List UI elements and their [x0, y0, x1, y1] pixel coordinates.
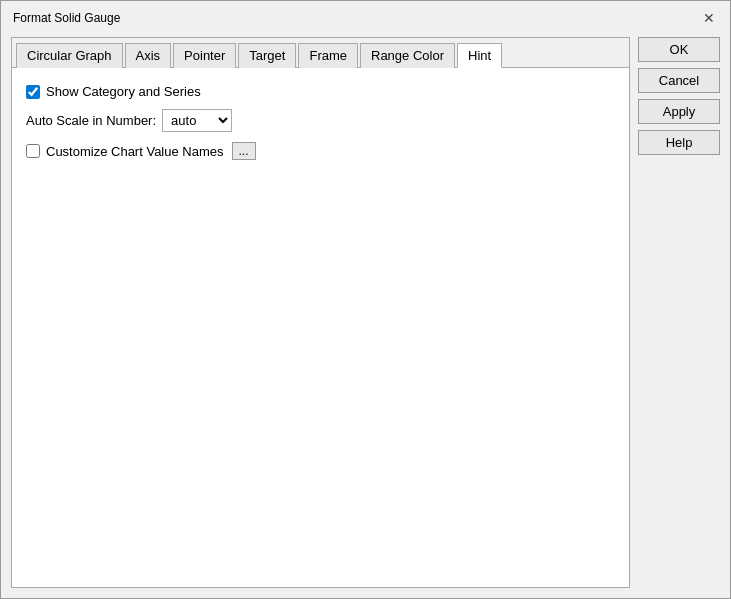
auto-scale-select[interactable]: auto none K M G: [162, 109, 232, 132]
ok-button[interactable]: OK: [638, 37, 720, 62]
tab-pointer[interactable]: Pointer: [173, 43, 236, 68]
customize-chart-ellipsis-button[interactable]: ...: [232, 142, 256, 160]
auto-scale-row: Auto Scale in Number: auto none K M G: [26, 109, 615, 132]
tab-range-color[interactable]: Range Color: [360, 43, 455, 68]
format-solid-gauge-dialog: Format Solid Gauge ✕ Circular Graph Axis…: [0, 0, 731, 599]
customize-chart-row: Customize Chart Value Names ...: [26, 142, 615, 160]
tab-frame[interactable]: Frame: [298, 43, 358, 68]
auto-scale-label: Auto Scale in Number:: [26, 113, 156, 128]
apply-button[interactable]: Apply: [638, 99, 720, 124]
tab-axis[interactable]: Axis: [125, 43, 172, 68]
hint-tab-content: Show Category and Series Auto Scale in N…: [12, 68, 629, 587]
tab-circular-graph[interactable]: Circular Graph: [16, 43, 123, 68]
cancel-button[interactable]: Cancel: [638, 68, 720, 93]
show-category-checkbox[interactable]: [26, 85, 40, 99]
customize-chart-label[interactable]: Customize Chart Value Names: [26, 144, 224, 159]
close-button[interactable]: ✕: [700, 9, 718, 27]
show-category-row: Show Category and Series: [26, 84, 615, 99]
side-buttons: OK Cancel Apply Help: [638, 37, 720, 588]
tab-hint[interactable]: Hint: [457, 43, 502, 68]
main-panel: Circular Graph Axis Pointer Target Frame…: [11, 37, 630, 588]
title-bar: Format Solid Gauge ✕: [1, 1, 730, 31]
tab-bar: Circular Graph Axis Pointer Target Frame…: [12, 38, 629, 68]
tab-target[interactable]: Target: [238, 43, 296, 68]
help-button[interactable]: Help: [638, 130, 720, 155]
show-category-label[interactable]: Show Category and Series: [26, 84, 201, 99]
dialog-title: Format Solid Gauge: [13, 11, 120, 25]
customize-chart-checkbox[interactable]: [26, 144, 40, 158]
dialog-body: Circular Graph Axis Pointer Target Frame…: [1, 31, 730, 598]
